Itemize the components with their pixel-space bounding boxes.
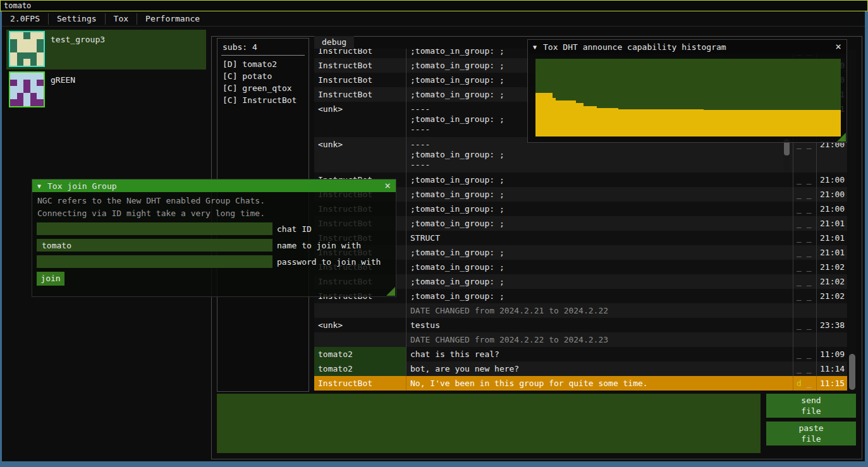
avatar-cell [10,59,17,66]
chat-message-flags: _ _ [793,216,817,231]
histogram-bar [583,106,597,136]
chat-message-text: ;tomato_in_group: ; [406,216,793,231]
chat-message-flags: _ _ [793,173,817,187]
avatar-cell [23,59,30,66]
chat-message-time: 21:02 [817,289,847,303]
chat-message-text: ;tomato_in_group: ; [406,187,793,202]
message-scrollbar[interactable] [783,138,790,172]
chat-message-flags: _ _ [793,318,817,332]
subs-member-green_qtox[interactable]: [C] green_qtox [217,82,309,94]
chat-row-cells: DATE CHANGED from 2024.2.21 to 2024.2.22 [314,303,847,318]
sidebar-item-test_group3[interactable]: test_group3 [6,30,206,70]
send-file-button[interactable]: send file [766,394,856,418]
histogram-bar [535,93,553,136]
collapse-arrow-icon[interactable]: ▼ [37,183,41,190]
close-icon[interactable]: × [384,181,391,190]
histogram-bar [575,103,584,137]
menu-item-performance[interactable]: Performance [137,12,208,26]
histogram-bar [597,108,619,136]
subs-member-instructbot[interactable]: [C] InstructBot [217,94,309,106]
chat-message-text: ;tomato_in_group: ; [406,173,793,187]
avatar-cell [17,39,24,46]
join-name-field[interactable] [37,239,272,252]
dht-histogram-window: ▼ Tox DHT announce capability histogram … [527,39,847,143]
chat-sender-name: InstructBot [314,58,406,73]
histogram-bar [618,109,704,136]
avatar-cell [30,45,37,52]
menu-item-settings[interactable]: Settings [49,12,105,26]
join-name-label: name to join with [277,241,361,250]
avatar-cell [30,39,37,46]
chat-sender-name [314,303,406,318]
avatar-cell [10,39,17,46]
app-window: tomato 2.0FPSSettingsToxPerformance test… [0,0,868,467]
chat-row-date-separator[interactable]: DATE CHANGED from 2024.2.22 to 2024.2.23 [314,332,847,347]
chat-sender-name: InstructBot [314,376,406,391]
chat-sender-name: InstructBot [314,87,406,102]
chat-message-text: No, I've been in this group for quite so… [406,376,793,391]
chat-scrollbar[interactable] [848,49,856,391]
message-input[interactable] [217,394,761,453]
chat-scrollbar-thumb[interactable] [849,354,855,390]
chat-row[interactable]: <unk>testus_ _23:38 [314,318,847,332]
chat-message-time: 11:09 [817,347,847,361]
subs-count-label: subs: 4 [217,39,309,52]
subs-member-potato[interactable]: [C] potato [217,70,309,82]
chat-row-date-separator[interactable]: DATE CHANGED from 2024.2.21 to 2024.2.22 [314,303,847,318]
delivered-flag: d [797,379,802,388]
paste-file-button[interactable]: paste file [766,422,856,446]
avatar-cell [30,73,37,80]
join-note-line2: Connecting via ID might take a very long… [37,209,265,218]
chat-sender-name: <unk> [314,137,406,173]
avatar-cell [23,93,30,100]
chat-id-field[interactable] [37,222,272,235]
join-password-label: password to join with [277,257,381,267]
avatar-cell [10,73,17,80]
menu-item-2-0fps[interactable]: 2.0FPS [2,12,48,26]
avatar-cell [37,45,44,52]
avatar-cell [10,93,17,100]
resize-grip-icon[interactable] [386,287,395,296]
avatar-identicon [10,32,44,66]
avatar-cell [30,32,37,39]
menu-bar: 2.0FPSSettingsToxPerformance [2,12,865,27]
join-group-window: ▼ Tox join Group × NGC refers to the New… [32,179,396,297]
group-avatar [9,71,45,107]
chat-message-time: 21:00 [817,173,847,187]
chat-message-flags: _ _ [793,187,817,202]
chat-sender-name: tomato2 [314,347,406,361]
close-icon[interactable]: × [835,42,841,51]
subs-member-list: [D] tomato2[C] potato[C] green_qtox[C] I… [217,58,309,106]
avatar-cell [10,45,17,52]
avatar-cell [37,99,44,106]
chat-message-text: ;tomato_in_group: ; [406,274,793,289]
avatar-cell [17,99,24,106]
chat-message-text: ;tomato_in_group: ; [406,289,793,303]
chat-row[interactable]: InstructBotNo, I've been in this group f… [314,376,847,391]
chat-message-flags: _ _ [793,289,817,303]
resize-grip-icon[interactable] [837,133,846,142]
avatar-cell [17,45,24,52]
chat-row[interactable]: tomato2chat is this real?_ _11:09 [314,347,847,361]
avatar-cell [10,99,17,106]
sidebar-item-green[interactable]: gREEN [6,70,206,110]
avatar-cell [23,45,30,52]
join-password-field[interactable] [37,255,272,268]
chat-message-time: 21:01 [817,231,847,245]
menu-item-tox[interactable]: Tox [106,12,137,26]
avatar-cell [37,93,44,100]
join-button[interactable]: join [37,272,64,286]
chat-message-time: 21:01 [817,216,847,231]
avatar-cell [37,73,44,80]
chat-sender-name: InstructBot [314,49,406,58]
collapse-arrow-icon[interactable]: ▼ [533,44,537,51]
chat-message-text: ;tomato_in_group: ; [406,202,793,216]
chat-row[interactable]: tomato2bot, are you new here?_ _11:14 [314,361,847,376]
chat-message-flags: _ _ [793,245,817,260]
chat-message-flags [793,332,817,347]
subs-member-tomato2[interactable]: [D] tomato2 [217,58,309,70]
tab-debug[interactable]: debug [314,36,354,49]
chat-message-time [817,303,847,318]
chat-sender-name: <unk> [314,102,406,137]
avatar-cell [37,59,44,66]
